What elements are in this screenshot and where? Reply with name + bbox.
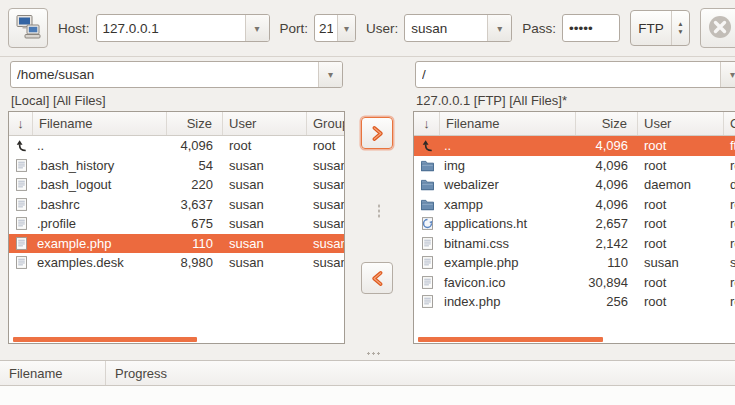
cell-size: 110: [576, 255, 638, 270]
connect-button[interactable]: [8, 8, 48, 48]
queue-filename-column-header[interactable]: Filename: [0, 361, 106, 385]
port-dropdown-button[interactable]: ▾: [337, 15, 355, 41]
scrollbar-thumb[interactable]: [418, 337, 603, 342]
size-column-header[interactable]: Size: [576, 112, 638, 135]
file-row-..[interactable]: ..4,096rootroot: [9, 136, 344, 156]
cell-filename: ..: [440, 138, 576, 153]
user-input[interactable]: [405, 15, 487, 41]
sort-descending-icon: ↓: [17, 116, 24, 131]
remote-list-header: ↓ Filename Size User Group: [414, 112, 735, 136]
transfer-right-button[interactable]: [361, 117, 393, 149]
cell-user: susan: [223, 255, 307, 270]
transfer-left-button[interactable]: [361, 262, 393, 294]
scrollbar-thumb[interactable]: [13, 337, 197, 342]
file-row-webalizer[interactable]: webalizer4,096daemondaemon: [414, 175, 735, 195]
file-row-.bash-logout[interactable]: .bash_logout220susansusan: [9, 175, 344, 195]
host-dropdown-button[interactable]: ▾: [245, 15, 269, 41]
file-row-.bash-history[interactable]: .bash_history54susansusan: [9, 156, 344, 176]
port-input[interactable]: [315, 15, 337, 41]
sort-column-header[interactable]: ↓: [414, 112, 440, 135]
dual-computers-icon: [14, 13, 42, 44]
group-column-header[interactable]: Group: [307, 112, 344, 135]
local-horizontal-scrollbar: [9, 335, 344, 343]
remote-path-combo: ▾: [415, 61, 735, 88]
user-column-header[interactable]: User: [223, 112, 307, 135]
file-row-index.php[interactable]: index.php256rootroot: [414, 292, 735, 312]
file-row-xampp[interactable]: xampp4,096rootroot: [414, 195, 735, 215]
file-row-img[interactable]: img4,096rootroot: [414, 156, 735, 176]
cell-filename: example.php: [33, 236, 167, 251]
cell-user: susan: [638, 255, 724, 270]
protocol-spinner[interactable]: FTP ▲ ▼: [630, 10, 690, 46]
local-panel: ▾ [Local] [All Files] ↓ Filename Size Us…: [8, 61, 345, 346]
port-label: Port:: [280, 21, 309, 36]
cell-size: 54: [167, 158, 223, 173]
remote-path-dropdown-button[interactable]: ▾: [720, 62, 735, 87]
filename-column-header[interactable]: Filename: [33, 112, 167, 135]
pass-entry-frame: [562, 14, 620, 42]
chevron-right-icon: [369, 125, 386, 142]
transfer-queue-list[interactable]: [0, 386, 735, 405]
cell-group: root: [724, 275, 735, 290]
chevron-down-icon: ▾: [255, 23, 260, 34]
group-column-header[interactable]: Group: [724, 112, 735, 135]
chevron-left-icon: [369, 270, 386, 287]
cell-group: root: [724, 294, 735, 309]
pass-input[interactable]: [563, 15, 619, 41]
host-input[interactable]: [97, 15, 245, 41]
disconnect-button[interactable]: [700, 8, 735, 48]
cell-user: root: [638, 197, 724, 212]
filename-column-header[interactable]: Filename: [440, 112, 576, 135]
cell-filename: webalizer: [440, 177, 576, 192]
sort-column-header[interactable]: ↓: [9, 112, 33, 135]
cell-size: 220: [167, 177, 223, 192]
cell-size: 675: [167, 216, 223, 231]
queue-progress-column-header[interactable]: Progress: [106, 361, 735, 385]
local-path-dropdown-button[interactable]: ▾: [318, 62, 342, 87]
cell-user: susan: [223, 197, 307, 212]
user-dropdown-button[interactable]: ▾: [487, 15, 511, 41]
pane-resize-handle[interactable]: [376, 203, 382, 219]
local-path-input[interactable]: [11, 62, 318, 87]
file-row-examples.desk[interactable]: examples.desk8,980susansusan: [9, 253, 344, 273]
cell-filename: .bash_logout: [33, 177, 167, 192]
file-icon: [9, 236, 33, 251]
chevron-down-icon: ▾: [328, 69, 333, 80]
cell-user: root: [638, 275, 724, 290]
cell-filename: .bashrc: [33, 197, 167, 212]
cell-filename: favicon.ico: [440, 275, 576, 290]
file-icon: [414, 275, 440, 290]
file-row-applications.ht[interactable]: applications.ht2,657rootroot: [414, 214, 735, 234]
cell-user: root: [638, 216, 724, 231]
remote-path-input[interactable]: [416, 62, 720, 87]
file-row-example.php[interactable]: example.php110susansusan: [9, 234, 344, 254]
sort-descending-icon: ↓: [423, 116, 430, 131]
cell-group: susan: [307, 255, 344, 270]
local-path-combo: ▾: [10, 61, 343, 88]
remote-file-list: ..4,096rootftpimg4,096rootrootwebalizer4…: [414, 136, 735, 335]
cell-group: root: [724, 236, 735, 251]
cell-size: 4,096: [576, 197, 638, 212]
size-column-header[interactable]: Size: [167, 112, 223, 135]
spinner-arrows[interactable]: ▲ ▼: [671, 11, 689, 45]
file-icon: [414, 255, 440, 270]
file-icon: [9, 255, 33, 270]
user-column-header[interactable]: User: [638, 112, 724, 135]
cell-filename: .profile: [33, 216, 167, 231]
file-row-..[interactable]: ..4,096rootftp: [414, 136, 735, 156]
transfer-queue-header: Filename Progress: [0, 360, 735, 386]
file-row-favicon.ico[interactable]: favicon.ico30,894rootroot: [414, 273, 735, 293]
transfer-controls: [345, 61, 413, 346]
file-row-bitnami.css[interactable]: bitnami.css2,142rootroot: [414, 234, 735, 254]
queue-separator: [0, 346, 735, 360]
cell-user: susan: [223, 236, 307, 251]
file-row-.profile[interactable]: .profile675susansusan: [9, 214, 344, 234]
queue-resize-handle[interactable]: [366, 351, 382, 356]
cell-user: daemon: [638, 177, 724, 192]
file-row-example.php[interactable]: example.php110susansusan: [414, 253, 735, 273]
chevron-down-icon: ▾: [730, 69, 735, 80]
gftp-window: { "toolbar": { "host_label": "Host:", "h…: [0, 0, 735, 405]
cell-group: susan: [724, 255, 735, 270]
file-row-.bashrc[interactable]: .bashrc3,637susansusan: [9, 195, 344, 215]
local-file-list-frame: ↓ Filename Size User Group ..4,096rootro…: [8, 111, 345, 344]
